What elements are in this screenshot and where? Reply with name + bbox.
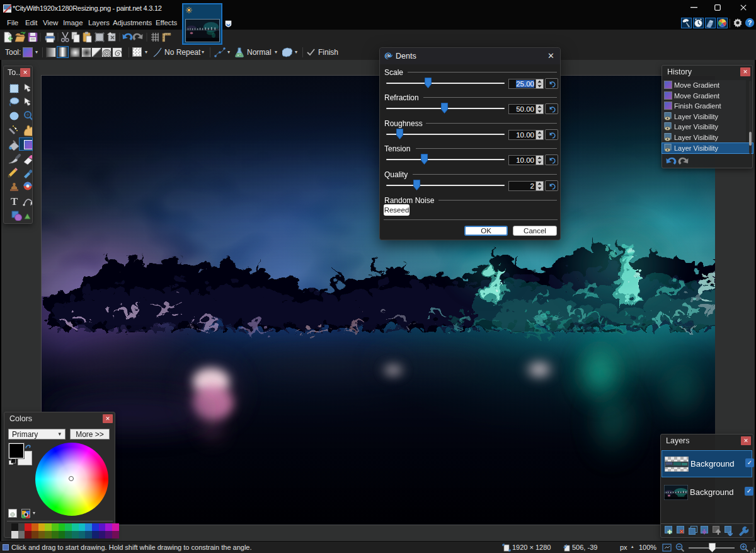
svg-text:T: T [11, 195, 18, 207]
svg-text:?: ? [748, 19, 752, 26]
